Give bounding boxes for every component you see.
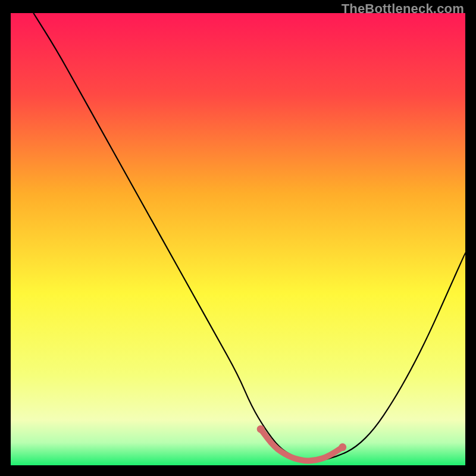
gradient-background bbox=[11, 13, 465, 465]
optimal-range-dot bbox=[257, 425, 265, 433]
bottleneck-chart bbox=[11, 13, 465, 465]
optimal-range-dot bbox=[339, 443, 346, 451]
chart-frame bbox=[11, 13, 465, 465]
